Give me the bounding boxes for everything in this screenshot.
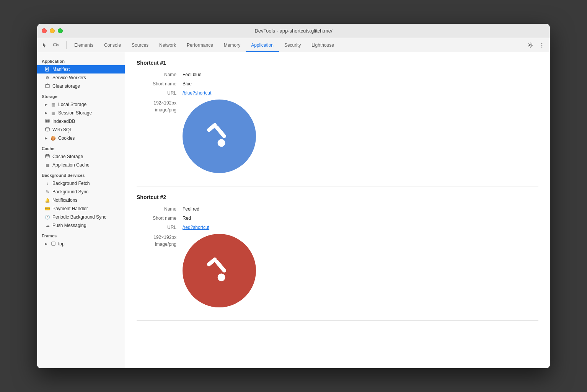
payment-handler-icon: 💳 [45, 206, 50, 211]
settings-icon[interactable] [525, 40, 535, 50]
storage-section-title: Storage [37, 90, 125, 100]
shortcut-2-section: Shortcut #2 Name Feel red Short name Red… [137, 186, 538, 321]
svg-point-3 [541, 42, 543, 44]
sidebar-item-app-cache[interactable]: ▦ Application Cache [37, 161, 125, 169]
sidebar-item-clear-storage[interactable]: Clear storage [37, 82, 125, 90]
svg-rect-1 [57, 44, 58, 46]
svg-point-17 [216, 272, 227, 283]
app-cache-label: Application Cache [52, 162, 90, 168]
sidebar-item-top-frame[interactable]: ▶ top [37, 240, 125, 248]
sidebar-item-push-messaging[interactable]: ☁ Push Messaging [37, 221, 125, 230]
sidebar-item-session-storage[interactable]: ▶ ▦ Session Storage [37, 109, 125, 117]
shortcut-1-url-value[interactable]: /blue?shortcut [183, 90, 211, 96]
tab-network[interactable]: Network [154, 38, 181, 52]
sidebar-item-bg-sync[interactable]: ↻ Background Sync [37, 188, 125, 196]
svg-point-14 [216, 137, 227, 148]
indexeddb-label: IndexedDB [52, 119, 75, 124]
sidebar-item-payment-handler[interactable]: 💳 Payment Handler [37, 204, 125, 213]
svg-rect-13 [214, 125, 227, 139]
shortcut-2-shortname-label: Short name [137, 216, 183, 221]
shortcut-1-name-label: Name [137, 72, 183, 77]
shortcut-1-section: Shortcut #1 Name Feel blue Short name Bl… [137, 60, 538, 186]
app-cache-icon: ▦ [45, 163, 50, 168]
window-title: DevTools - app-shortcuts.glitch.me/ [254, 28, 332, 34]
shortcut-1-title: Shortcut #1 [137, 60, 538, 66]
service-workers-icon: ⚙ [45, 75, 50, 80]
shortcut-2-name-value: Feel red [183, 206, 199, 212]
shortcut-1-url-row: URL /blue?shortcut [137, 90, 538, 96]
shortcut-1-image-label-col: 192×192px image/png [137, 100, 183, 113]
periodic-bg-sync-icon: 🕐 [45, 215, 50, 220]
svg-rect-6 [46, 67, 49, 71]
shortcut-2-shortname-row: Short name Red [137, 216, 538, 221]
main-panel: Shortcut #1 Name Feel blue Short name Bl… [125, 52, 550, 368]
tab-application[interactable]: Application [246, 38, 279, 52]
manifest-icon [45, 67, 50, 72]
tab-elements[interactable]: Elements [69, 38, 99, 52]
session-storage-icon: ▦ [51, 111, 56, 116]
shortcut-1-shortname-row: Short name Blue [137, 81, 538, 87]
tab-console[interactable]: Console [99, 38, 126, 52]
shortcut-2-image-size: 192×192px [137, 234, 176, 241]
tab-lighthouse[interactable]: Lighthouse [306, 38, 339, 52]
expand-cookies-icon: ▶ [45, 136, 47, 140]
local-storage-label: Local Storage [58, 102, 86, 107]
minimize-button[interactable] [50, 28, 55, 33]
shortcut-2-url-value[interactable]: /red?shortcut [183, 225, 209, 230]
sidebar-item-local-storage[interactable]: ▶ ▦ Local Storage [37, 100, 125, 109]
shortcut-2-title: Shortcut #2 [137, 194, 538, 200]
shortcut-1-url-label: URL [137, 90, 183, 96]
cache-storage-icon [45, 154, 50, 159]
svg-point-10 [46, 154, 49, 156]
shortcut-2-image-type: image/png [137, 241, 176, 248]
tab-sources[interactable]: Sources [126, 38, 154, 52]
sidebar-item-cache-storage[interactable]: Cache Storage [37, 152, 125, 161]
close-button[interactable] [42, 28, 47, 33]
indexeddb-icon [45, 119, 50, 124]
sidebar-item-service-workers[interactable]: ⚙ Service Workers [37, 74, 125, 82]
tab-performance[interactable]: Performance [181, 38, 218, 52]
shortcut-2-shortname-value: Red [183, 216, 191, 221]
more-options-icon[interactable] [537, 40, 547, 50]
shortcut-1-image-size: 192×192px [137, 100, 176, 106]
sidebar-item-notifications[interactable]: 🔔 Notifications [37, 196, 125, 204]
device-icon[interactable] [51, 40, 61, 50]
tab-memory[interactable]: Memory [218, 38, 246, 52]
shortcut-2-name-label: Name [137, 206, 183, 212]
shortcut-1-name-value: Feel blue [183, 72, 201, 77]
expand-top-icon: ▶ [45, 242, 47, 246]
web-sql-label: Web SQL [52, 127, 72, 132]
frame-icon [51, 242, 56, 247]
shortcut-2-url-label: URL [137, 225, 183, 230]
sidebar-item-bg-fetch[interactable]: ↕ Background Fetch [37, 179, 125, 188]
cache-storage-label: Cache Storage [52, 154, 83, 159]
maximize-button[interactable] [58, 28, 63, 33]
shortcut-1-image-type: image/png [137, 106, 176, 113]
push-messaging-icon: ☁ [45, 223, 50, 228]
notifications-icon: 🔔 [45, 198, 50, 203]
bg-fetch-icon: ↕ [45, 181, 50, 186]
sidebar-item-periodic-bg-sync[interactable]: 🕐 Periodic Background Sync [37, 213, 125, 221]
bg-services-section-title: Background Services [37, 169, 125, 179]
content-area: Application Manifest ⚙ Service Workers [37, 52, 550, 368]
application-section-title: Application [37, 55, 125, 65]
push-messaging-label: Push Messaging [52, 223, 86, 228]
tab-security[interactable]: Security [279, 38, 306, 52]
shortcut-2-url-row: URL /red?shortcut [137, 225, 538, 230]
shortcut-1-name-row: Name Feel blue [137, 72, 538, 77]
sidebar-item-manifest[interactable]: Manifest [37, 65, 125, 74]
sidebar-item-indexeddb[interactable]: IndexedDB [37, 117, 125, 126]
sidebar-item-web-sql[interactable]: Web SQL [37, 126, 125, 134]
sidebar-item-cookies[interactable]: ▶ 🍪 Cookies [37, 134, 125, 142]
svg-point-4 [541, 44, 543, 46]
svg-point-8 [46, 119, 49, 121]
bg-sync-label: Background Sync [52, 189, 88, 194]
tabs-right-icons [525, 40, 547, 50]
svg-point-2 [530, 44, 532, 46]
shortcut-1-shortname-label: Short name [137, 81, 183, 87]
cursor-icon[interactable] [40, 40, 50, 50]
shortcut-1-icon [183, 100, 256, 173]
cookies-label: Cookies [58, 136, 75, 141]
tab-separator [66, 41, 67, 49]
service-workers-label: Service Workers [52, 75, 86, 80]
